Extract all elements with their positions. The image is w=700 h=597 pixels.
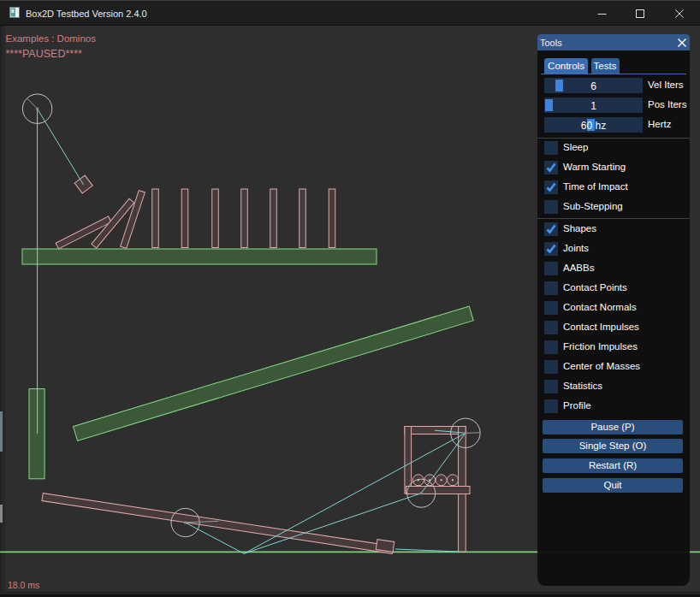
svg-text:Examples : Dominos: Examples : Dominos <box>6 33 97 44</box>
svg-text:****PAUSED****: ****PAUSED**** <box>6 48 83 60</box>
svg-text:18.0 ms: 18.0 ms <box>8 580 39 590</box>
